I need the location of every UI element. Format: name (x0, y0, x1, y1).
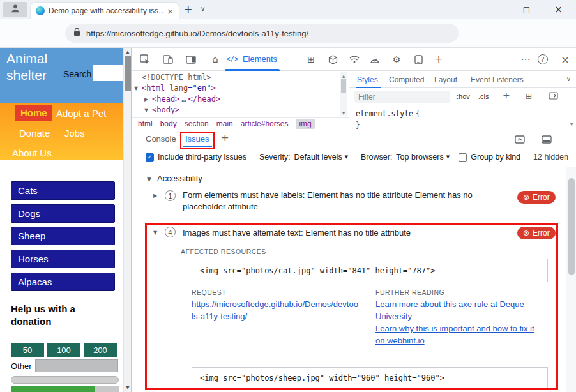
section-collapse-icon[interactable]: ▼ (147, 176, 151, 183)
scroll-down-icon[interactable]: ▼ (340, 110, 347, 115)
nav-item-home[interactable]: Home (15, 105, 52, 121)
devtools-close-button[interactable]: × (557, 51, 573, 68)
grid-overlay-icon[interactable]: ⊞ (526, 92, 532, 101)
expand-arrow-icon[interactable]: ▼ (144, 105, 148, 116)
console-tab[interactable]: Console (146, 134, 176, 144)
scroll-up-icon[interactable]: ▲ (340, 73, 347, 78)
window-close-button[interactable]: × (541, 0, 576, 19)
accessibility-section-title[interactable]: Accessibility (157, 174, 202, 183)
body-node[interactable]: ▼<body> (152, 105, 179, 115)
group-by-kind-checkbox[interactable] (459, 153, 467, 162)
tab-close-icon[interactable]: × (167, 6, 174, 16)
error-badge: ⊗ Error (517, 191, 556, 204)
help-icon[interactable]: ? (538, 54, 548, 64)
tree-scrollbar[interactable]: ▲ ▼ (340, 72, 347, 116)
head-node[interactable]: ▶<head>…</head> (152, 94, 220, 104)
device-tab-icon[interactable] (410, 51, 427, 68)
breadcrumb-body[interactable]: body (160, 119, 177, 128)
doctype-node[interactable]: <!DOCTYPE html> (142, 72, 211, 82)
issue-title[interactable]: Form elements must have labels: Element … (183, 190, 510, 213)
further-reading-link-webhint[interactable]: Learn why this is important and how to f… (375, 322, 540, 347)
issue-expand-icon[interactable]: ▶ (153, 193, 157, 199)
issue-collapse-icon[interactable]: ▼ (153, 230, 157, 236)
dock-panel-icon[interactable] (183, 51, 199, 68)
collapse-arrow-icon[interactable]: ▶ (144, 94, 148, 105)
dock-drawer-icon[interactable] (540, 134, 553, 144)
affected-resources-label: AFFECTED RESOURCES (181, 248, 266, 255)
minimize-button[interactable]: ─ (483, 0, 512, 19)
toggle-hov-button[interactable]: :hov (457, 93, 470, 100)
nav-item-about-us[interactable]: About Us (12, 147, 52, 158)
more-tabs-chevron-icon[interactable]: ∨ (566, 75, 571, 82)
further-reading-link-deque[interactable]: Learn more about this axe rule at Deque … (375, 298, 540, 322)
severity-dropdown[interactable]: Default levels ▼ (294, 153, 348, 162)
breadcrumb-html[interactable]: html (138, 119, 153, 128)
profile-avatar[interactable] (3, 2, 27, 17)
tree-scrollbar-thumb[interactable] (341, 79, 346, 93)
new-style-rule-button[interactable]: + (503, 90, 510, 100)
issues-scrollbar-thumb[interactable] (568, 178, 575, 275)
tab-computed[interactable]: Computed (389, 75, 424, 84)
breadcrumb-article-horses[interactable]: article#horses (241, 119, 289, 128)
issues-tab[interactable]: Issues (185, 134, 209, 144)
add-drawer-tab-button[interactable]: + (221, 132, 229, 144)
issues-scrollbar[interactable] (566, 167, 576, 392)
address-bar[interactable]: https://microsoftedge.github.io/Demos/de… (65, 24, 459, 43)
device-emulation-icon[interactable] (160, 51, 176, 68)
search-input[interactable] (93, 65, 123, 81)
browser-dropdown[interactable]: Top browsers ▼ (396, 153, 450, 162)
breadcrumb-section[interactable]: section (185, 119, 209, 128)
maximize-button[interactable]: □ (512, 0, 541, 19)
network-tab-icon[interactable] (346, 51, 363, 68)
more-tabs-button[interactable]: + (430, 51, 447, 68)
page-content: Animal shelter Search Home Adopt a Pet D… (0, 48, 123, 392)
home-tab-icon[interactable]: ⌂ (207, 51, 224, 68)
expand-arrow-icon[interactable]: ▼ (134, 84, 138, 94)
error-circle-icon: ⊗ (523, 193, 529, 201)
issue-count-badge: 4 (165, 227, 176, 237)
nav-item-adopt-a-pet[interactable]: Adopt a Pet (56, 108, 106, 119)
collapsed-content-ellipsis[interactable]: … (181, 94, 186, 103)
inspect-icon[interactable] (137, 51, 153, 68)
donation-amount-100[interactable]: 100 (47, 343, 80, 357)
browser-tab[interactable]: Demo page with accessibility iss… × (31, 3, 179, 19)
expand-drawer-icon[interactable] (513, 134, 526, 144)
category-button-alpacas[interactable]: Alpacas (11, 273, 115, 291)
nav-item-donate[interactable]: Donate (19, 128, 50, 139)
person-icon (10, 3, 20, 16)
nav-item-jobs[interactable]: Jobs (64, 128, 85, 139)
category-button-horses[interactable]: Horses (11, 250, 115, 268)
include-third-party-checkbox[interactable]: ✓ (146, 153, 154, 162)
tab-list-chevron-icon[interactable]: ∨ (201, 5, 205, 12)
page-scrollbar-thumb[interactable] (125, 56, 131, 91)
breadcrumb-img-selected[interactable]: img (296, 119, 314, 129)
styles-tab-bar: Styles Computed Layout Event Listeners ∨ (349, 71, 576, 88)
other-amount-input[interactable] (35, 359, 118, 372)
category-button-sheep[interactable]: Sheep (11, 227, 115, 245)
breadcrumb-main[interactable]: main (216, 119, 233, 128)
styles-filter-input[interactable] (354, 91, 450, 103)
donation-amount-200[interactable]: 200 (84, 343, 117, 357)
category-button-cats[interactable]: Cats (11, 181, 115, 200)
hidden-issues-count[interactable]: 12 hidden (533, 153, 568, 162)
donation-slider-track[interactable] (11, 376, 119, 384)
tab-layout[interactable]: Layout (434, 75, 457, 84)
performance-tab-icon[interactable] (367, 51, 383, 68)
styles-scroll-down-icon[interactable]: ▼ (570, 122, 573, 127)
element-style-rule[interactable]: element.style{ (356, 109, 420, 118)
elements-tab[interactable]: </> Elements (226, 48, 277, 70)
3d-view-tab-icon[interactable] (324, 51, 341, 68)
app-grid-tab-icon[interactable]: ⊞ (303, 51, 319, 68)
request-link[interactable]: https://microsoftedge.github.io/Demos/de… (192, 298, 359, 322)
issue-title[interactable]: Images must have alternate text: Element… (183, 227, 502, 239)
toggle-cls-button[interactable]: .cls (478, 93, 489, 100)
tab-event-listeners[interactable]: Event Listeners (471, 75, 524, 84)
html-node[interactable]: ▼<html lang="en"> (142, 83, 216, 93)
computed-panel-icon[interactable] (549, 92, 558, 102)
category-button-dogs[interactable]: Dogs (11, 204, 115, 223)
settings-gear-icon[interactable]: ⚙ (388, 51, 405, 68)
tab-styles[interactable]: Styles (357, 75, 378, 84)
devtools-menu-icon[interactable]: ⋯ (517, 51, 534, 68)
new-tab-button[interactable]: + (184, 3, 192, 15)
donation-amount-50[interactable]: 50 (11, 343, 44, 357)
